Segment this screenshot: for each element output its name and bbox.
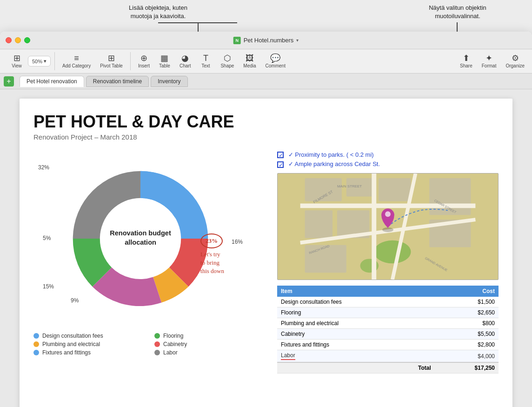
insert-icon: ⊕ xyxy=(140,54,147,62)
table-row: Labor$4,000 xyxy=(277,350,499,363)
zoom-control[interactable]: 50% ▾ xyxy=(28,56,51,67)
media-button[interactable]: 🖼 Media xyxy=(239,52,259,70)
note-1: ✓ Proximity to parks. ( < 0.2 mi) xyxy=(277,150,499,160)
legend-label-plumbing: Plumbing and electrical xyxy=(42,341,100,347)
chart-legend: Design consultation fees Flooring Plumbi… xyxy=(33,333,266,356)
table-cell-item: Plumbing and electrical xyxy=(277,318,435,329)
svg-rect-6 xyxy=(379,178,411,201)
checkbox-1 xyxy=(277,152,284,158)
pct-32-label: 32% xyxy=(38,164,49,171)
window-title-area: N Pet Hotel.numbers ▾ xyxy=(233,37,299,44)
content-area: 32% 16% 5% 15% 9% xyxy=(33,150,499,374)
legend-item: Labor xyxy=(154,349,266,356)
top-annotations: Lisää objekteja, kuten muotoja ja kaavio… xyxy=(0,0,532,32)
handwriting-annotation: Let's try to bring this down xyxy=(200,250,224,276)
add-category-icon: ≡ xyxy=(74,54,79,62)
legend-label-fixtures: Fixtures and fittings xyxy=(42,349,91,356)
file-icon: N xyxy=(233,37,241,44)
maximize-button[interactable] xyxy=(24,37,30,43)
shape-icon: ⬡ xyxy=(224,54,231,62)
table-row: Fixtures and fittings$2,800 xyxy=(277,340,499,350)
view-icon: ⊞ xyxy=(13,54,20,62)
table-icon: ▦ xyxy=(160,54,168,62)
svg-point-24 xyxy=(385,211,391,217)
left-annotation: Lisää objekteja, kuten muotoja ja kaavio… xyxy=(112,4,205,20)
titlebar: N Pet Hotel.numbers ▾ xyxy=(0,32,532,49)
toolbar-right: ⬆ Share ✦ Format ⚙ Organize xyxy=(456,52,528,70)
col-item-header: Item xyxy=(277,286,435,297)
total-label: Total xyxy=(277,362,435,374)
chevron-down-icon: ▾ xyxy=(296,38,299,43)
add-sheet-button[interactable]: + xyxy=(4,76,14,87)
chart-button[interactable]: ◕ Chart xyxy=(176,52,194,70)
total-value: $17,250 xyxy=(435,362,499,374)
right-ann-line xyxy=(457,22,458,33)
text-button[interactable]: T Text xyxy=(196,52,215,70)
table-total-row: Total$17,250 xyxy=(277,362,499,374)
pct-5-label: 5% xyxy=(43,235,51,241)
table-cell-cost: $5,500 xyxy=(435,329,499,340)
table-button[interactable]: ▦ Table xyxy=(155,52,174,70)
format-button[interactable]: ✦ Format xyxy=(478,52,500,70)
svg-rect-9 xyxy=(305,245,346,273)
table-cell-cost: $2,800 xyxy=(435,340,499,350)
insert-button[interactable]: ⊕ Insert xyxy=(134,52,153,70)
legend-dot-plumbing xyxy=(33,341,39,347)
svg-point-12 xyxy=(374,240,411,264)
organize-button[interactable]: ⚙ Organize xyxy=(502,52,528,70)
pct-9-label: 9% xyxy=(71,297,79,304)
tab-inventory[interactable]: Inventory xyxy=(151,76,187,87)
annotation-area: 23% Let's try to bring this down xyxy=(200,234,224,276)
pivot-table-icon: ⊞ xyxy=(108,54,115,62)
legend-dot-fixtures xyxy=(33,350,39,355)
table-cell-item: Flooring xyxy=(277,307,435,318)
legend-dot-design xyxy=(33,333,39,339)
table-cell-item: Fixtures and fittings xyxy=(277,340,435,350)
table-cell-cost: $4,000 xyxy=(435,350,499,363)
right-annotation: Näytä valitun objektin muotoiluvalinnat. xyxy=(411,4,504,20)
chart-icon: ◕ xyxy=(181,54,189,62)
table-cell-item: Labor xyxy=(277,350,435,363)
table-header-row: Item Cost xyxy=(277,286,499,297)
legend-label-design: Design consultation fees xyxy=(42,333,103,339)
tab-pet-hotel-renovation[interactable]: Pet Hotel renovation xyxy=(20,76,84,87)
col-cost-header: Cost xyxy=(435,286,499,297)
tab-renovation-timeline[interactable]: Renovation timeline xyxy=(86,76,149,87)
pivot-table-button[interactable]: ⊞ Pivot Table xyxy=(96,52,126,70)
svg-text:Renovation budget: Renovation budget xyxy=(110,229,171,237)
table-cell-item: Cabinetry xyxy=(277,329,435,340)
left-ann-hline xyxy=(158,22,237,23)
table-row: Design consultation fees$1,500 xyxy=(277,297,499,307)
chevron-down-icon: ▾ xyxy=(44,58,47,64)
text-icon: T xyxy=(203,54,208,62)
shape-button[interactable]: ⬡ Shape xyxy=(217,52,238,70)
share-button[interactable]: ⬆ Share xyxy=(456,52,476,70)
view-button[interactable]: ⊞ View xyxy=(7,52,26,70)
comment-button[interactable]: 💬 Comment xyxy=(262,52,289,70)
legend-label-labor: Labor xyxy=(163,349,178,356)
legend-label-flooring: Flooring xyxy=(163,333,183,339)
svg-rect-7 xyxy=(305,210,332,238)
svg-text:MAIN STREET: MAIN STREET xyxy=(337,184,362,188)
legend-label-cabinetry: Cabinetry xyxy=(163,341,187,347)
format-icon: ✦ xyxy=(485,54,492,62)
legend-dot-flooring xyxy=(154,333,160,339)
note-2: ✓ Ample parking across Cedar St. xyxy=(277,160,499,169)
table-cell-item: Design consultation fees xyxy=(277,297,435,307)
budget-table: Item Cost Design consultation fees$1,500… xyxy=(277,286,499,374)
map-area: FILMORE ST MAIN STREET CEDAR STREET RANC… xyxy=(277,173,499,280)
minimize-button[interactable] xyxy=(15,37,21,43)
add-category-button[interactable]: ≡ Add Category xyxy=(59,52,94,70)
pct-15-label: 15% xyxy=(43,283,54,290)
legend-item: Flooring xyxy=(154,333,266,339)
organize-icon: ⚙ xyxy=(512,54,519,62)
share-icon: ⬆ xyxy=(463,54,470,62)
legend-item: Plumbing and electrical xyxy=(33,341,145,347)
sheet-title: PET HOTEL & DAY CARE xyxy=(33,113,499,131)
toolbar-group-insert: ⊕ Insert ▦ Table ◕ Chart T Text ⬡ Shape … xyxy=(130,52,293,70)
pct-16-label: 16% xyxy=(232,239,243,245)
toolbar-group-view: ⊞ View 50% ▾ xyxy=(4,52,54,70)
close-button[interactable] xyxy=(6,37,12,43)
map-svg: FILMORE ST MAIN STREET CEDAR STREET RANC… xyxy=(278,173,498,280)
table-cell-cost: $2,650 xyxy=(435,307,499,318)
